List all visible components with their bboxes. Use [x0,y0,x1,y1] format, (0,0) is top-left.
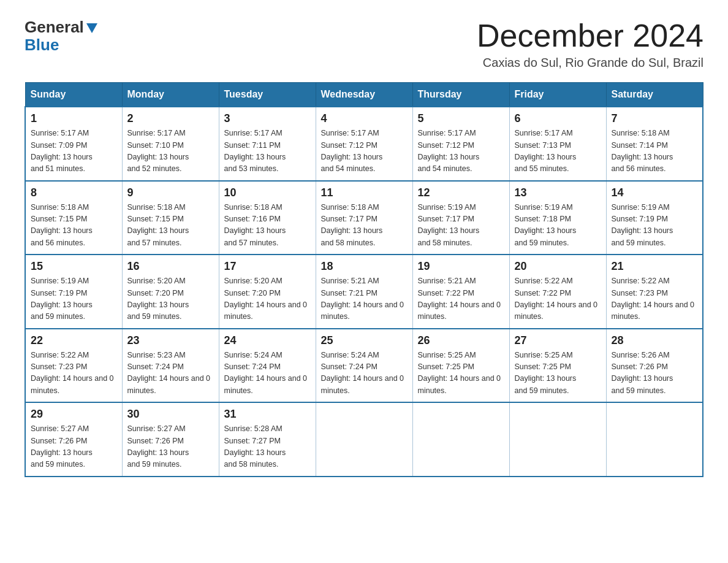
day-number: 23 [127,334,214,347]
calendar-cell: 27 Sunrise: 5:25 AM Sunset: 7:25 PM Dayl… [509,329,606,403]
day-number: 22 [31,334,117,347]
calendar-cell: 28 Sunrise: 5:26 AM Sunset: 7:26 PM Dayl… [606,329,703,403]
day-info: Sunrise: 5:23 AM Sunset: 7:24 PM Dayligh… [127,350,214,397]
day-info: Sunrise: 5:19 AM Sunset: 7:19 PM Dayligh… [31,275,117,323]
calendar-cell: 2 Sunrise: 5:17 AM Sunset: 7:10 PM Dayli… [122,107,219,181]
day-number: 24 [224,334,311,347]
day-info: Sunrise: 5:18 AM Sunset: 7:14 PM Dayligh… [612,128,698,175]
day-info: Sunrise: 5:17 AM Sunset: 7:10 PM Dayligh… [127,128,214,175]
day-info: Sunrise: 5:18 AM Sunset: 7:15 PM Dayligh… [31,202,117,250]
calendar-row-1: 1 Sunrise: 5:17 AM Sunset: 7:09 PM Dayli… [25,107,703,181]
day-number: 18 [321,260,408,273]
day-info: Sunrise: 5:22 AM Sunset: 7:23 PM Dayligh… [31,350,117,397]
calendar-cell: 29 Sunrise: 5:27 AM Sunset: 7:26 PM Dayl… [25,402,122,477]
day-number: 6 [515,112,601,125]
calendar-cell: 4 Sunrise: 5:17 AM Sunset: 7:12 PM Dayli… [316,107,412,181]
day-number: 25 [321,334,408,347]
calendar-cell: 6 Sunrise: 5:17 AM Sunset: 7:13 PM Dayli… [509,107,606,181]
calendar-cell: 11 Sunrise: 5:18 AM Sunset: 7:17 PM Dayl… [316,181,412,255]
calendar-cell: 26 Sunrise: 5:25 AM Sunset: 7:25 PM Dayl… [412,329,509,403]
calendar-cell: 3 Sunrise: 5:17 AM Sunset: 7:11 PM Dayli… [219,107,316,181]
calendar-subtitle: Caxias do Sul, Rio Grande do Sul, Brazil [477,56,703,70]
day-number: 28 [612,334,698,347]
day-info: Sunrise: 5:18 AM Sunset: 7:15 PM Dayligh… [127,202,214,250]
calendar-cell: 30 Sunrise: 5:27 AM Sunset: 7:26 PM Dayl… [122,402,219,477]
logo: General Blue [25,18,97,53]
calendar-cell [412,402,509,477]
day-number: 12 [418,186,504,199]
day-number: 15 [31,260,117,273]
title-section: December 2024 Caxias do Sul, Rio Grande … [477,18,703,70]
calendar-header-row: Sunday Monday Tuesday Wednesday Thursday… [25,83,703,107]
calendar-cell: 5 Sunrise: 5:17 AM Sunset: 7:12 PM Dayli… [412,107,509,181]
header-thursday: Thursday [412,83,509,107]
day-number: 13 [515,186,601,199]
day-info: Sunrise: 5:27 AM Sunset: 7:26 PM Dayligh… [31,423,117,471]
header-friday: Friday [509,83,606,107]
calendar-cell [316,402,412,477]
calendar-row-3: 15 Sunrise: 5:19 AM Sunset: 7:19 PM Dayl… [25,255,703,329]
day-number: 7 [612,112,698,125]
day-number: 20 [515,260,601,273]
calendar-cell: 25 Sunrise: 5:24 AM Sunset: 7:24 PM Dayl… [316,329,412,403]
day-number: 14 [612,186,698,199]
day-info: Sunrise: 5:20 AM Sunset: 7:20 PM Dayligh… [127,275,214,323]
day-number: 10 [224,186,311,199]
calendar-cell: 23 Sunrise: 5:23 AM Sunset: 7:24 PM Dayl… [122,329,219,403]
day-number: 19 [418,260,504,273]
calendar-cell: 12 Sunrise: 5:19 AM Sunset: 7:17 PM Dayl… [412,181,509,255]
day-info: Sunrise: 5:21 AM Sunset: 7:22 PM Dayligh… [418,275,504,323]
day-number: 21 [612,260,698,273]
day-info: Sunrise: 5:17 AM Sunset: 7:12 PM Dayligh… [321,128,408,175]
day-info: Sunrise: 5:25 AM Sunset: 7:25 PM Dayligh… [418,350,504,397]
day-info: Sunrise: 5:27 AM Sunset: 7:26 PM Dayligh… [127,423,214,471]
calendar-cell: 18 Sunrise: 5:21 AM Sunset: 7:21 PM Dayl… [316,255,412,329]
day-number: 29 [31,408,117,421]
day-number: 4 [321,112,408,125]
day-info: Sunrise: 5:26 AM Sunset: 7:26 PM Dayligh… [612,350,698,397]
day-info: Sunrise: 5:28 AM Sunset: 7:27 PM Dayligh… [224,423,311,471]
day-info: Sunrise: 5:24 AM Sunset: 7:24 PM Dayligh… [321,350,408,397]
day-number: 2 [127,112,214,125]
day-info: Sunrise: 5:18 AM Sunset: 7:16 PM Dayligh… [224,202,311,250]
calendar-cell: 13 Sunrise: 5:19 AM Sunset: 7:18 PM Dayl… [509,181,606,255]
day-info: Sunrise: 5:17 AM Sunset: 7:13 PM Dayligh… [515,128,601,175]
day-info: Sunrise: 5:25 AM Sunset: 7:25 PM Dayligh… [515,350,601,397]
day-number: 5 [418,112,504,125]
calendar-row-2: 8 Sunrise: 5:18 AM Sunset: 7:15 PM Dayli… [25,181,703,255]
calendar-cell: 10 Sunrise: 5:18 AM Sunset: 7:16 PM Dayl… [219,181,316,255]
day-info: Sunrise: 5:19 AM Sunset: 7:17 PM Dayligh… [418,202,504,250]
logo-blue: Blue [25,36,97,54]
calendar-cell: 16 Sunrise: 5:20 AM Sunset: 7:20 PM Dayl… [122,255,219,329]
day-info: Sunrise: 5:19 AM Sunset: 7:19 PM Dayligh… [612,202,698,250]
day-number: 30 [127,408,214,421]
day-number: 16 [127,260,214,273]
day-number: 31 [224,408,311,421]
day-info: Sunrise: 5:22 AM Sunset: 7:22 PM Dayligh… [515,275,601,323]
calendar-cell: 15 Sunrise: 5:19 AM Sunset: 7:19 PM Dayl… [25,255,122,329]
calendar-cell [509,402,606,477]
header-sunday: Sunday [25,83,122,107]
day-info: Sunrise: 5:17 AM Sunset: 7:12 PM Dayligh… [418,128,504,175]
header-wednesday: Wednesday [316,83,412,107]
day-number: 9 [127,186,214,199]
day-info: Sunrise: 5:19 AM Sunset: 7:18 PM Dayligh… [515,202,601,250]
header-monday: Monday [122,83,219,107]
calendar-row-4: 22 Sunrise: 5:22 AM Sunset: 7:23 PM Dayl… [25,329,703,403]
calendar-cell: 20 Sunrise: 5:22 AM Sunset: 7:22 PM Dayl… [509,255,606,329]
day-number: 11 [321,186,408,199]
page-header: General Blue December 2024 Caxias do Sul… [25,18,703,70]
calendar-cell: 9 Sunrise: 5:18 AM Sunset: 7:15 PM Dayli… [122,181,219,255]
calendar-cell [606,402,703,477]
calendar-cell: 22 Sunrise: 5:22 AM Sunset: 7:23 PM Dayl… [25,329,122,403]
calendar-cell: 7 Sunrise: 5:18 AM Sunset: 7:14 PM Dayli… [606,107,703,181]
day-info: Sunrise: 5:20 AM Sunset: 7:20 PM Dayligh… [224,275,311,323]
calendar-title: December 2024 [477,18,703,53]
calendar-cell: 8 Sunrise: 5:18 AM Sunset: 7:15 PM Dayli… [25,181,122,255]
logo-triangle-icon [86,23,97,33]
day-number: 27 [515,334,601,347]
day-number: 17 [224,260,311,273]
calendar-cell: 24 Sunrise: 5:24 AM Sunset: 7:24 PM Dayl… [219,329,316,403]
day-number: 26 [418,334,504,347]
day-number: 1 [31,112,117,125]
